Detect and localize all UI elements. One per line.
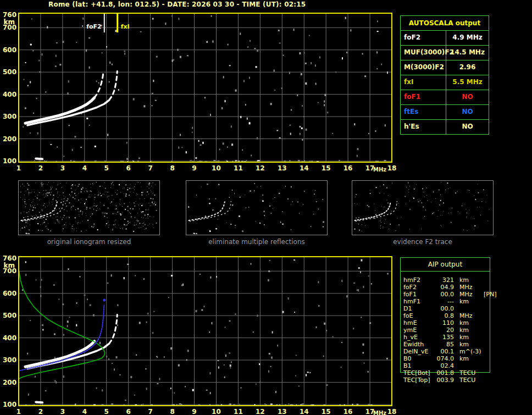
svg-text:8: 8 bbox=[170, 408, 174, 415]
svg-text:200: 200 bbox=[3, 379, 16, 386]
aip-row-note bbox=[479, 305, 491, 312]
aip-row-value: 0.8 bbox=[432, 312, 454, 319]
autoscala-row: foF24.9 MHz bbox=[401, 30, 489, 45]
svg-text:10: 10 bbox=[212, 408, 221, 415]
autoscala-row-label: M(3000)F2 bbox=[401, 60, 446, 75]
autoscala-row-value: NO bbox=[446, 120, 489, 134]
autoscala-output-screen: Rome (lat: +41.8, lon: 012.5) - DATE: 20… bbox=[0, 0, 532, 415]
svg-text:760: 760 bbox=[3, 254, 16, 262]
autoscala-row-label: foF1 bbox=[401, 90, 446, 104]
svg-text:11: 11 bbox=[234, 164, 243, 172]
aip-row-unit: m^(-3) bbox=[454, 348, 479, 355]
svg-text:4: 4 bbox=[82, 408, 87, 415]
svg-text:1: 1 bbox=[16, 164, 21, 172]
top-ionogram-plot: foF2fxI760km1002003004005006007001234567… bbox=[0, 0, 398, 176]
svg-text:1: 1 bbox=[16, 408, 21, 415]
svg-text:13: 13 bbox=[278, 408, 287, 415]
aip-row: B102.4 bbox=[403, 362, 491, 369]
aip-row-unit: km bbox=[454, 319, 479, 327]
svg-text:500: 500 bbox=[3, 312, 16, 319]
aip-row-value: 02.4 bbox=[432, 362, 454, 369]
aip-row-note bbox=[479, 355, 491, 362]
aip-row-note bbox=[479, 298, 491, 305]
svg-text:16: 16 bbox=[343, 408, 353, 415]
aip-row-label: hmF1 bbox=[403, 298, 432, 305]
aip-table-rows: hmF2321kmfoF204.9MHzfoF100.0MHz[PN]hmF1-… bbox=[403, 276, 491, 384]
svg-text:8: 8 bbox=[170, 164, 174, 172]
aip-row-value: 85 bbox=[432, 341, 454, 348]
panel-caption-eliminate: eliminate multiple reflections bbox=[186, 238, 328, 246]
svg-text:12: 12 bbox=[256, 408, 265, 415]
autoscala-output-table: AUTOSCALA output foF24.9 MHzMUF(3000)F21… bbox=[400, 15, 489, 135]
aip-row-value: 003.9 bbox=[432, 377, 454, 384]
svg-text:400: 400 bbox=[3, 334, 16, 342]
autoscala-row-label: h'Es bbox=[401, 120, 446, 134]
svg-text:14: 14 bbox=[300, 408, 309, 415]
autoscala-row: fxI5.5 MHz bbox=[401, 75, 489, 90]
aip-row-label: D1 bbox=[403, 305, 432, 312]
aip-row-label: foF1 bbox=[403, 291, 432, 298]
aip-row-label: foE bbox=[403, 312, 432, 319]
aip-row-unit bbox=[454, 305, 479, 312]
svg-text:3: 3 bbox=[60, 164, 65, 172]
svg-text:9: 9 bbox=[192, 408, 196, 415]
svg-text:9: 9 bbox=[192, 164, 196, 172]
aip-row-unit: km bbox=[454, 327, 479, 334]
svg-text:2: 2 bbox=[38, 408, 43, 415]
svg-text:10: 10 bbox=[212, 164, 221, 172]
autoscala-table-rows: foF24.9 MHzMUF(3000)F214.5 MHzM(3000)F22… bbox=[401, 30, 489, 134]
autoscala-row: h'EsNO bbox=[401, 119, 489, 134]
svg-text:MHz: MHz bbox=[373, 410, 386, 415]
aip-row-value: 00.0 bbox=[432, 305, 454, 312]
aip-row-note bbox=[479, 334, 491, 341]
aip-row-value: 00.1 bbox=[432, 348, 454, 355]
aip-row: B0074.0km bbox=[403, 355, 491, 362]
svg-text:18: 18 bbox=[387, 408, 397, 415]
aip-row-label: TEC[Bot] bbox=[403, 369, 432, 377]
aip-row-value: --- bbox=[432, 298, 454, 305]
aip-row-note bbox=[479, 369, 491, 377]
svg-text:700: 700 bbox=[3, 267, 16, 275]
aip-row-unit: km bbox=[454, 276, 479, 284]
aip-row-note bbox=[479, 312, 491, 319]
aip-row-unit bbox=[454, 362, 479, 369]
svg-text:foF2: foF2 bbox=[86, 23, 102, 30]
svg-text:5: 5 bbox=[104, 408, 109, 415]
panel-caption-evidence: evidence F2 trace bbox=[352, 238, 494, 246]
aip-row-label: hmE bbox=[403, 319, 432, 327]
svg-text:6: 6 bbox=[126, 164, 131, 172]
svg-text:12: 12 bbox=[256, 164, 265, 172]
svg-text:300: 300 bbox=[3, 356, 16, 364]
aip-row-note bbox=[479, 348, 491, 355]
aip-row-unit: MHz bbox=[454, 312, 479, 319]
aip-row: ymE20km bbox=[403, 327, 491, 334]
svg-text:100: 100 bbox=[3, 157, 16, 165]
aip-row-value: 00.0 bbox=[432, 291, 454, 298]
aip-row-value: 135 bbox=[432, 334, 454, 341]
aip-row-note bbox=[479, 341, 491, 348]
aip-row: h_vE135km bbox=[403, 334, 491, 341]
aip-row-unit: TECU bbox=[454, 377, 479, 384]
aip-row-label: h_vE bbox=[403, 334, 432, 341]
svg-text:600: 600 bbox=[3, 290, 16, 297]
autoscala-row: ftEsNO bbox=[401, 104, 489, 119]
svg-text:760: 760 bbox=[3, 11, 16, 19]
svg-text:15: 15 bbox=[322, 408, 331, 415]
panel-original-ionogram bbox=[18, 180, 160, 235]
panel-eliminate-reflections bbox=[186, 180, 328, 235]
svg-text:7: 7 bbox=[148, 164, 152, 172]
aip-table-header: AIP output bbox=[400, 257, 490, 272]
autoscala-row-label: fxI bbox=[401, 75, 446, 90]
svg-text:100: 100 bbox=[3, 401, 16, 408]
svg-text:4: 4 bbox=[82, 164, 87, 172]
svg-text:MHz: MHz bbox=[373, 167, 386, 173]
autoscala-row-label: ftEs bbox=[401, 105, 446, 119]
svg-text:fxI: fxI bbox=[121, 23, 130, 30]
svg-text:16: 16 bbox=[343, 164, 353, 172]
bottom-ionogram-plot: 760km10020030040050060070012345678910111… bbox=[0, 250, 398, 415]
aip-row: TEC[Bot]001.8TECU bbox=[403, 369, 491, 377]
aip-row-note: [PN] bbox=[479, 291, 496, 298]
svg-text:200: 200 bbox=[3, 135, 16, 143]
aip-row-unit: MHz bbox=[454, 291, 479, 298]
autoscala-table-header: AUTOSCALA output bbox=[401, 16, 489, 30]
